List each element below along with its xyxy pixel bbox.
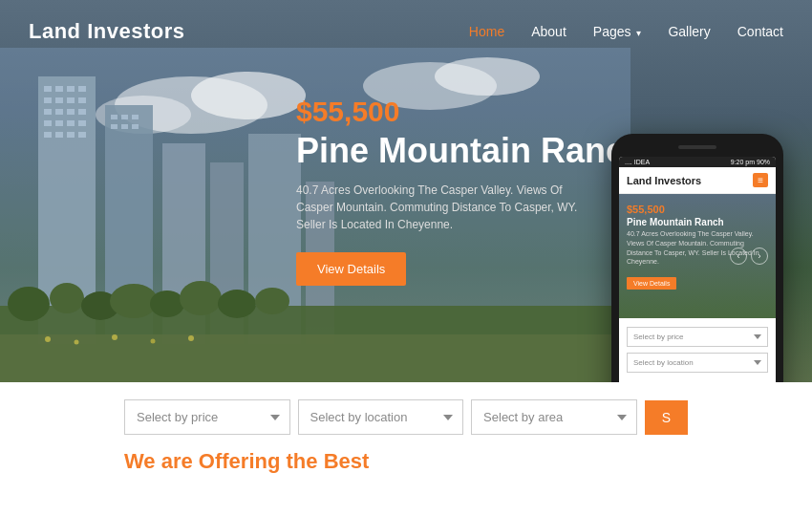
svg-rect-9 [67, 86, 75, 92]
phone-speaker [678, 145, 716, 149]
phone-hero-title: Pine Mountain Ranch [627, 217, 768, 227]
phone-prev-arrow[interactable]: ‹ [730, 247, 747, 265]
svg-rect-8 [55, 86, 63, 92]
phone-hero: $55,500 Pine Mountain Ranch 40.7 Acres O… [619, 194, 776, 318]
svg-rect-24 [55, 132, 63, 138]
svg-point-40 [50, 283, 84, 313]
svg-rect-21 [67, 120, 75, 126]
view-details-button[interactable]: View Details [296, 252, 406, 286]
bottom-section: We are Offering the Best [0, 444, 812, 484]
nav-link-pages[interactable]: Pages ▾ [593, 24, 642, 39]
svg-rect-25 [67, 132, 75, 138]
svg-point-52 [188, 335, 194, 341]
svg-rect-15 [44, 109, 52, 115]
svg-point-43 [150, 290, 184, 317]
hero-price: $55,500 [296, 96, 646, 128]
svg-point-5 [435, 57, 540, 96]
svg-point-50 [112, 334, 118, 340]
svg-rect-23 [44, 132, 52, 138]
svg-rect-28 [111, 115, 118, 119]
hero-section: Land Investors Home About Pages ▾ Galler… [0, 0, 812, 382]
svg-point-48 [45, 336, 51, 342]
svg-rect-16 [55, 109, 63, 115]
svg-point-46 [255, 288, 289, 314]
phone-price-select[interactable]: Select by price [627, 327, 768, 347]
phone-time-battery: 9:20 pm 90% [731, 159, 770, 165]
hero-description: 40.7 Acres Overlooking The Casper Valley… [296, 182, 602, 233]
svg-point-45 [218, 290, 256, 318]
nav-links: Home About Pages ▾ Gallery Contact [469, 23, 783, 40]
svg-rect-30 [132, 115, 139, 119]
phone-form: Select by price Select by location [619, 318, 776, 382]
phone-nav-logo: Land Investors [627, 175, 701, 186]
svg-rect-17 [67, 109, 75, 115]
svg-rect-18 [78, 109, 86, 115]
svg-rect-19 [44, 120, 52, 126]
phone-status-bar: .... IDEA 9:20 pm 90% [619, 157, 776, 167]
svg-rect-11 [44, 97, 52, 103]
phone-menu-icon[interactable]: ≡ [753, 173, 768, 187]
phone-next-arrow[interactable]: › [751, 247, 768, 265]
area-select[interactable]: Select by area [471, 399, 637, 435]
svg-rect-14 [78, 97, 86, 103]
navbar: Land Investors Home About Pages ▾ Galler… [0, 0, 812, 62]
phone-location-select[interactable]: Select by location [627, 353, 768, 373]
svg-rect-31 [111, 124, 118, 129]
phone-screen: .... IDEA 9:20 pm 90% Land Investors ≡ $… [619, 157, 776, 382]
phone-hero-price: $55,500 [627, 204, 768, 215]
hero-title: Pine Mountain Ranch [296, 132, 646, 170]
svg-rect-26 [78, 132, 86, 138]
search-button[interactable]: S [645, 400, 688, 435]
nav-link-about[interactable]: About [531, 24, 566, 39]
svg-rect-29 [121, 115, 128, 119]
svg-rect-32 [121, 124, 128, 129]
svg-rect-10 [78, 86, 86, 92]
price-select[interactable]: Select by price [124, 399, 290, 435]
svg-point-49 [75, 340, 79, 345]
phone-carrier: .... IDEA [625, 159, 650, 165]
phone-nav: Land Investors ≡ [619, 167, 776, 194]
phone-outer: .... IDEA 9:20 pm 90% Land Investors ≡ $… [611, 134, 783, 382]
svg-rect-22 [78, 120, 86, 126]
svg-point-2 [191, 72, 306, 119]
nav-logo: Land Investors [29, 19, 184, 44]
svg-point-51 [151, 339, 156, 344]
phone-mockup: .... IDEA 9:20 pm 90% Land Investors ≡ $… [611, 134, 783, 382]
hero-content: $55,500 Pine Mountain Ranch 40.7 Acres O… [296, 96, 646, 286]
svg-point-39 [8, 287, 50, 321]
phone-arrows: ‹ › [730, 247, 768, 265]
nav-link-gallery[interactable]: Gallery [668, 24, 710, 39]
nav-link-contact[interactable]: Contact [737, 24, 783, 39]
svg-rect-47 [0, 334, 630, 382]
bottom-heading: We are Offering the Best [124, 449, 688, 474]
nav-link-home[interactable]: Home [469, 24, 504, 39]
svg-point-44 [180, 281, 222, 315]
svg-rect-13 [67, 97, 75, 103]
location-select[interactable]: Select by location [298, 399, 464, 435]
svg-rect-12 [55, 97, 63, 103]
svg-rect-20 [55, 120, 63, 126]
phone-view-details-button[interactable]: View Details [627, 277, 676, 290]
svg-rect-7 [44, 86, 52, 92]
search-bar: Select by price Select by location Selec… [0, 382, 812, 444]
svg-rect-33 [132, 124, 139, 129]
